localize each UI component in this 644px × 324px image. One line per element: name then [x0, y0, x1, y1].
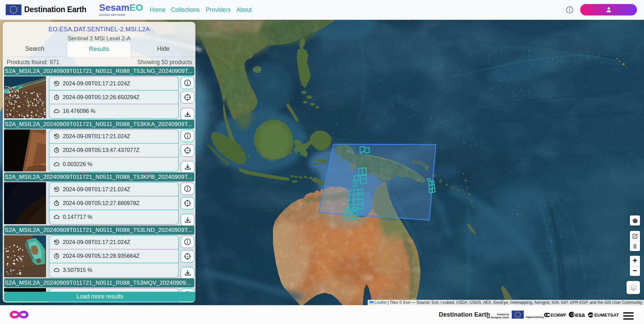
- svg-text:ECMWF: ECMWF: [551, 313, 567, 318]
- svg-text:EUMETSAT: EUMETSAT: [594, 313, 619, 318]
- svg-text:esa: esa: [575, 312, 585, 318]
